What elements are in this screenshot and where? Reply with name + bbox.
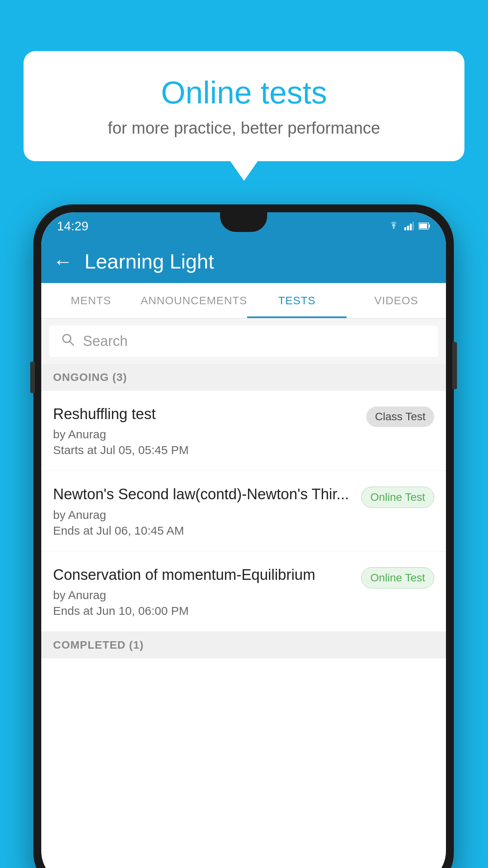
test-info-conservation: Conservation of momentum-Equilibrium by … [53, 565, 361, 618]
cell-signal-icon [404, 222, 414, 230]
test-author-newtons: by Anurag [53, 508, 353, 522]
badge-class-test: Class Test [366, 406, 434, 427]
speech-bubble-subtitle: for more practice, better performance [55, 119, 433, 138]
test-item-newtons[interactable]: Newton's Second law(contd)-Newton's Thir… [41, 471, 446, 551]
svg-rect-6 [419, 224, 427, 228]
test-name-reshuffling: Reshuffling test [53, 405, 358, 424]
svg-rect-1 [407, 226, 409, 230]
back-button[interactable]: ← [53, 250, 73, 273]
tab-videos[interactable]: VIDEOS [347, 283, 446, 318]
app-bar: ← Learning Light [41, 240, 446, 283]
volume-button-left [30, 362, 35, 393]
search-bar[interactable]: Search [49, 326, 438, 357]
svg-rect-2 [410, 224, 412, 230]
badge-online-test-newtons: Online Test [361, 487, 434, 508]
svg-rect-3 [413, 222, 414, 230]
test-info-reshuffling: Reshuffling test by Anurag Starts at Jul… [53, 405, 366, 457]
wifi-icon [388, 222, 400, 230]
svg-rect-0 [404, 227, 406, 230]
speech-bubble-container: Online tests for more practice, better p… [24, 51, 464, 181]
test-time-reshuffling: Starts at Jul 05, 05:45 PM [53, 443, 358, 457]
test-time-newtons: Ends at Jul 06, 10:45 AM [53, 524, 353, 537]
tab-tests[interactable]: TESTS [247, 283, 347, 318]
test-item-reshuffling[interactable]: Reshuffling test by Anurag Starts at Jul… [41, 391, 446, 471]
status-time: 14:29 [57, 219, 88, 234]
speech-bubble-arrow [230, 161, 258, 181]
search-input[interactable]: Search [83, 333, 128, 349]
test-item-conservation[interactable]: Conservation of momentum-Equilibrium by … [41, 552, 446, 632]
search-bar-container: Search [41, 318, 446, 364]
speech-bubble-title: Online tests [55, 75, 433, 111]
svg-rect-5 [429, 224, 430, 228]
completed-section-header: COMPLETED (1) [41, 632, 446, 658]
test-name-conservation: Conservation of momentum-Equilibrium [53, 565, 353, 585]
battery-icon [418, 222, 430, 230]
power-button-right [452, 342, 457, 389]
phone-frame: 14:29 [33, 204, 454, 868]
completed-section-title: COMPLETED (1) [53, 639, 144, 651]
test-author-conservation: by Anurag [53, 588, 353, 602]
tab-ments[interactable]: MENTS [41, 283, 141, 318]
test-author-reshuffling: by Anurag [53, 428, 358, 441]
test-info-newtons: Newton's Second law(contd)-Newton's Thir… [53, 485, 361, 537]
status-bar: 14:29 [41, 212, 446, 240]
phone-screen: 14:29 [41, 212, 446, 868]
status-icons [388, 222, 430, 230]
tab-announcements[interactable]: ANNOUNCEMENTS [141, 283, 247, 318]
badge-online-test-conservation: Online Test [361, 567, 434, 588]
search-icon [61, 333, 75, 350]
ongoing-section-header: ONGOING (3) [41, 364, 446, 391]
tabs-bar: MENTS ANNOUNCEMENTS TESTS VIDEOS [41, 283, 446, 318]
app-title: Learning Light [84, 250, 214, 273]
notch [220, 212, 267, 232]
test-time-conservation: Ends at Jun 10, 06:00 PM [53, 604, 353, 618]
test-name-newtons: Newton's Second law(contd)-Newton's Thir… [53, 485, 353, 504]
svg-line-8 [70, 341, 73, 345]
ongoing-section-title: ONGOING (3) [53, 371, 127, 383]
speech-bubble: Online tests for more practice, better p… [24, 51, 464, 161]
